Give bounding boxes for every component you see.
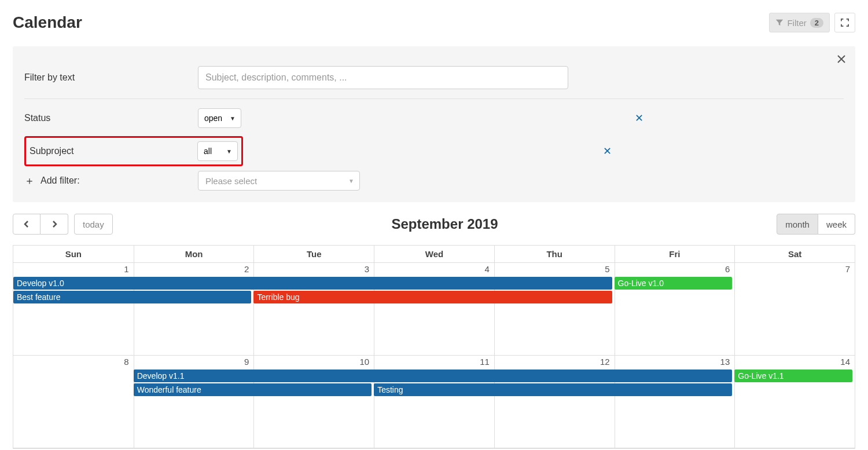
chevron-left-icon xyxy=(24,220,30,228)
calendar-event[interactable]: Wonderful feature xyxy=(134,383,372,396)
status-label: Status xyxy=(24,113,198,123)
calendar-event[interactable]: Testing xyxy=(374,383,732,396)
day-cell[interactable]: 8 xyxy=(13,356,134,448)
day-header: Tue xyxy=(253,245,374,263)
filter-toggle-button[interactable]: Filter 2 xyxy=(769,13,830,32)
day-number: 9 xyxy=(244,357,249,367)
day-number: 1 xyxy=(124,264,128,274)
day-header: Sun xyxy=(13,245,134,263)
page-title: Calendar xyxy=(13,13,82,32)
day-number: 14 xyxy=(840,357,850,367)
close-filter-panel-button[interactable] xyxy=(837,53,846,67)
calendar-event[interactable]: Go-Live v1.0 xyxy=(615,277,733,290)
fullscreen-button[interactable] xyxy=(834,13,855,32)
today-button[interactable]: today xyxy=(74,214,113,235)
filter-text-input[interactable] xyxy=(198,66,568,89)
filter-count-badge: 2 xyxy=(810,18,823,28)
current-month-title: September 2019 xyxy=(391,216,498,232)
view-month-button[interactable]: month xyxy=(777,214,818,235)
day-number: 7 xyxy=(845,264,850,274)
day-number: 8 xyxy=(124,357,128,367)
day-header: Mon xyxy=(134,245,254,263)
chevron-right-icon xyxy=(52,220,57,228)
funnel-icon xyxy=(775,19,784,27)
expand-icon xyxy=(841,19,849,27)
remove-status-filter-button[interactable]: ✕ xyxy=(635,112,643,125)
remove-subproject-filter-button[interactable]: ✕ xyxy=(603,145,612,158)
subproject-select[interactable]: all xyxy=(197,141,238,161)
day-number: 6 xyxy=(725,264,730,274)
calendar-grid: SunMonTueWedThuFriSat 1234567Develop v1.… xyxy=(13,245,855,449)
calendar-event[interactable]: Develop v1.1 xyxy=(134,369,733,382)
day-header: Sat xyxy=(734,245,855,263)
day-number: 11 xyxy=(480,357,490,367)
day-header: Thu xyxy=(494,245,615,263)
day-number: 13 xyxy=(720,357,730,367)
day-number: 2 xyxy=(244,264,249,274)
calendar-event[interactable]: Go-Live v1.1 xyxy=(734,369,852,382)
filter-label: Filter xyxy=(787,18,806,28)
next-button[interactable] xyxy=(41,214,68,235)
day-header: Wed xyxy=(374,245,494,263)
status-select[interactable]: open xyxy=(198,108,241,128)
plus-icon: ＋ xyxy=(24,174,35,188)
day-header: Fri xyxy=(615,245,735,263)
calendar-event[interactable]: Terrible bug xyxy=(253,291,612,303)
filter-by-text-label: Filter by text xyxy=(24,72,198,83)
view-week-button[interactable]: week xyxy=(818,214,855,235)
add-filter-select[interactable]: Please select xyxy=(198,171,360,191)
day-number: 5 xyxy=(605,264,609,274)
close-icon xyxy=(837,54,846,64)
day-number: 12 xyxy=(600,357,610,367)
prev-button[interactable] xyxy=(13,214,41,235)
calendar-event[interactable]: Best feature xyxy=(13,291,251,303)
subproject-filter-row: Subproject all ▼ xyxy=(24,136,243,166)
add-filter-label: Add filter: xyxy=(41,175,80,186)
day-number: 10 xyxy=(359,357,369,367)
day-number: 3 xyxy=(365,264,369,274)
subproject-label: Subproject xyxy=(30,146,197,156)
filter-panel: Filter by text Status open ▼ ✕ Subprojec… xyxy=(13,46,855,202)
day-number: 4 xyxy=(485,264,490,274)
calendar-event[interactable]: Develop v1.0 xyxy=(13,277,612,290)
day-cell[interactable]: 7 xyxy=(734,263,855,356)
